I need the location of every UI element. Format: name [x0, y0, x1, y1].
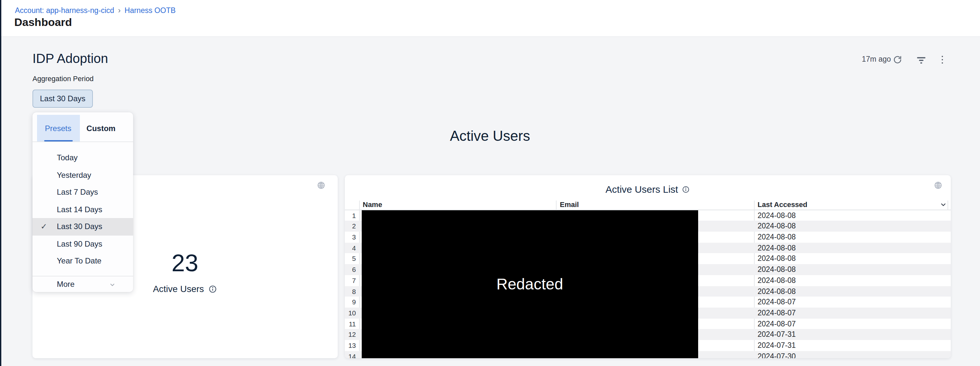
breadcrumb-separator-icon: ›: [118, 6, 121, 15]
row-number: 8: [345, 286, 356, 296]
redacted-label: Redacted: [496, 275, 563, 293]
collapsed-sidebar-edge[interactable]: [0, 0, 1, 366]
column-header-name[interactable]: Name: [363, 201, 382, 209]
last-accessed-value: 2024-07-31: [757, 330, 796, 340]
last-refreshed-label: 17m ago: [862, 55, 891, 63]
aggregation-period-label: Aggregation Period: [32, 74, 94, 82]
row-number: 2: [345, 221, 356, 231]
refresh-button[interactable]: [892, 54, 903, 65]
check-icon: ✓: [41, 222, 47, 231]
period-dropdown-tabs: Presets Custom: [32, 112, 133, 142]
last-accessed-value: 2024-08-08: [757, 210, 796, 221]
row-number: 4: [345, 242, 356, 253]
preset-option[interactable]: ✓Last 14 Days: [32, 201, 133, 218]
filter-button[interactable]: [916, 55, 926, 65]
more-option[interactable]: More: [32, 276, 133, 292]
dashboard-page: Account: app-harness-ng-cicd › Harness O…: [0, 0, 980, 366]
filter-icon: [917, 57, 925, 58]
last-accessed-value: 2024-08-08: [757, 242, 796, 253]
preset-option[interactable]: ✓Last 7 Days: [32, 184, 133, 201]
preset-options-list: ✓Today✓Yesterday✓Last 7 Days✓Last 14 Day…: [32, 141, 133, 269]
period-dropdown-panel: Presets Custom ✓Today✓Yesterday✓Last 7 D…: [32, 112, 133, 292]
redacted-region: Redacted: [361, 210, 698, 358]
last-accessed-value: 2024-08-08: [757, 232, 796, 242]
breadcrumb-page-link[interactable]: Harness OOTB: [125, 6, 176, 14]
last-accessed-value: 2024-08-08: [757, 221, 796, 231]
column-divider: [754, 201, 754, 210]
row-number: 6: [345, 264, 356, 275]
last-accessed-value: 2024-08-08: [757, 264, 796, 275]
row-number: 3: [345, 232, 356, 242]
aggregation-period-button[interactable]: Last 30 Days: [32, 90, 93, 108]
row-number: 1: [345, 210, 356, 221]
tab-custom[interactable]: Custom: [80, 115, 123, 141]
last-accessed-value: 2024-08-07: [757, 318, 796, 329]
last-accessed-value: 2024-08-07: [757, 297, 796, 307]
active-users-list-card: Active Users List Name Email Last Access…: [345, 175, 951, 358]
top-header-bar: Account: app-harness-ng-cicd › Harness O…: [0, 0, 980, 37]
refresh-icon: [893, 55, 902, 64]
tab-presets[interactable]: Presets: [37, 115, 80, 141]
more-actions-button[interactable]: [937, 54, 948, 65]
last-accessed-value: 2024-08-08: [757, 254, 796, 264]
preset-option[interactable]: ✓Yesterday: [32, 166, 133, 184]
globe-icon[interactable]: [317, 181, 325, 190]
dashboard-title: IDP Adoption: [32, 51, 108, 66]
preset-option[interactable]: ✓Year To Date: [32, 252, 133, 269]
preset-option[interactable]: ✓Last 30 Days: [32, 218, 133, 235]
table-title: Active Users List: [606, 184, 678, 195]
table-header-row: Name Email Last Accessed: [345, 201, 951, 210]
row-number: 7: [345, 275, 356, 286]
preset-option[interactable]: ✓Today: [32, 149, 133, 166]
row-number: 13: [345, 340, 356, 351]
row-number: 14: [345, 351, 356, 358]
column-divider: [947, 201, 948, 210]
column-divider: [359, 201, 360, 210]
row-number: 10: [345, 307, 356, 318]
breadcrumb: Account: app-harness-ng-cicd › Harness O…: [15, 6, 176, 15]
active-users-heading: Active Users: [0, 128, 980, 145]
row-number: 5: [345, 254, 356, 264]
last-accessed-value: 2024-08-08: [757, 286, 796, 296]
row-number: 11: [345, 318, 356, 329]
info-icon[interactable]: [682, 185, 690, 193]
breadcrumb-account-link[interactable]: Account: app-harness-ng-cicd: [15, 6, 114, 14]
table-title-row: Active Users List: [345, 184, 951, 195]
chevron-down-icon: [109, 282, 115, 288]
kebab-menu-icon: [941, 55, 943, 57]
chevron-down-icon[interactable]: [939, 201, 947, 209]
last-accessed-value: 2024-07-30: [757, 351, 796, 358]
preset-option[interactable]: ✓Last 90 Days: [32, 235, 133, 252]
info-icon[interactable]: [208, 285, 217, 293]
last-accessed-value: 2024-08-08: [757, 275, 796, 286]
row-number: 12: [345, 330, 356, 340]
page-title: Dashboard: [14, 16, 72, 29]
column-header-email[interactable]: Email: [560, 201, 579, 209]
last-accessed-value: 2024-07-31: [757, 340, 796, 351]
column-divider: [555, 201, 556, 210]
row-number: 9: [345, 297, 356, 307]
column-header-last-accessed[interactable]: Last Accessed: [757, 201, 807, 209]
last-accessed-value: 2024-08-07: [757, 307, 796, 318]
